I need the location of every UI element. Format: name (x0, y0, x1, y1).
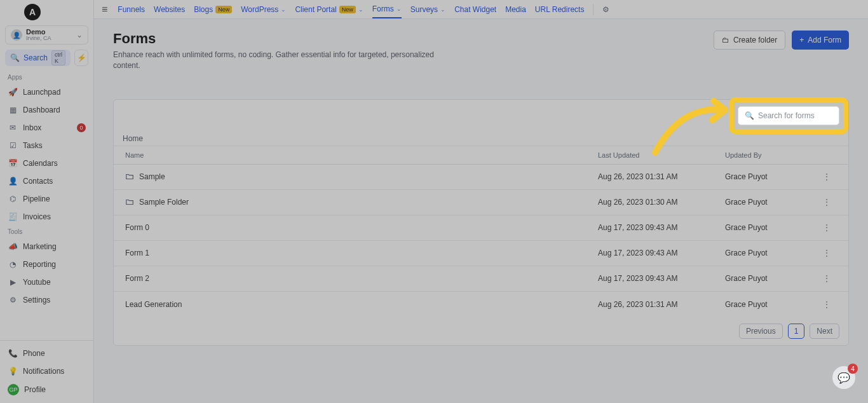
search-forms-input[interactable]: 🔍 Search for forms (738, 106, 839, 125)
search-label: Search (24, 53, 48, 62)
quick-actions-button[interactable]: ⚡ (74, 50, 88, 66)
tab-funnels[interactable]: Funnels (118, 1, 145, 18)
nav-label: Calendars (23, 159, 58, 168)
row-name: Lead Generation (125, 300, 182, 309)
breadcrumb[interactable]: Home (114, 132, 848, 146)
tab-forms[interactable]: Forms ⌄ (372, 1, 402, 18)
nav-icon: ⚙ (8, 295, 18, 305)
col-name: Name (123, 151, 598, 159)
next-button[interactable]: Next (810, 324, 839, 339)
pagination: Previous 1 Next (114, 317, 848, 339)
chat-badge: 4 (848, 364, 858, 374)
table-row[interactable]: Sample Folder Aug 26, 2023 01:30 AM Grac… (114, 190, 848, 215)
nav-label: Inbox (23, 123, 41, 132)
search-icon: 🔍 (10, 53, 20, 62)
tab-label: WordPress (241, 5, 278, 14)
table-row[interactable]: Form 1 Aug 17, 2023 09:43 AM Grace Puyot… (114, 241, 848, 266)
plus-icon: + (799, 36, 804, 44)
divider (593, 4, 593, 15)
sidebar-item-inbox[interactable]: ✉ Inbox0 (0, 119, 93, 137)
row-more-icon[interactable]: ⋮ (814, 273, 839, 283)
new-badge: New (215, 6, 232, 13)
sidebar-item-reporting[interactable]: ◔ Reporting (0, 256, 93, 273)
sidebar-item-contacts[interactable]: 👤 Contacts (0, 172, 93, 190)
row-more-icon[interactable]: ⋮ (814, 172, 839, 182)
tab-websites[interactable]: Websites (154, 1, 185, 18)
row-updated: Aug 17, 2023 09:43 AM (598, 249, 725, 257)
col-updated: Last Updated (598, 151, 725, 159)
tab-label: Funnels (118, 5, 145, 14)
tab-chat-widget[interactable]: Chat Widget (454, 1, 496, 18)
folder-icon (125, 172, 134, 181)
tab-label: Surveys (410, 5, 438, 14)
nav-label: Marketing (23, 242, 57, 251)
section-apps: Apps (8, 74, 86, 81)
sidebar: A 👤 Demo Irvine, CA ⌄ 🔍 Search ctrl K ⚡ … (0, 0, 94, 403)
tab-url-redirects[interactable]: URL Redirects (535, 1, 585, 18)
chat-widget[interactable]: 💬 4 (832, 366, 855, 389)
nav-label: Phone (23, 349, 45, 358)
prev-button[interactable]: Previous (739, 324, 783, 339)
chevron-down-icon: ⌄ (358, 6, 363, 13)
hamburger-icon[interactable]: ≡ (102, 4, 107, 15)
nav-icon: 🧾 (8, 212, 18, 222)
nav-label: Youtube (23, 278, 51, 287)
table-row[interactable]: Form 0 Aug 17, 2023 09:43 AM Grace Puyot… (114, 215, 848, 241)
sidebar-item-calendars[interactable]: 📅 Calendars (0, 154, 93, 172)
new-badge: New (339, 6, 356, 13)
row-more-icon[interactable]: ⋮ (814, 197, 839, 207)
nav-label: Pipeline (23, 195, 50, 203)
tab-media[interactable]: Media (505, 1, 526, 18)
global-search[interactable]: 🔍 Search ctrl K (5, 50, 71, 66)
account-location: Irvine, CA (26, 36, 51, 41)
nav-label: Settings (23, 296, 50, 304)
folder-icon (125, 198, 134, 207)
row-name: Form 2 (125, 274, 149, 283)
chat-icon: 💬 (837, 372, 850, 384)
create-folder-label: Create folder (733, 36, 777, 44)
sidebar-item-phone[interactable]: 📞 Phone (0, 345, 93, 362)
row-more-icon[interactable]: ⋮ (814, 299, 839, 310)
profile-avatar-icon: GP (8, 384, 19, 395)
tab-surveys[interactable]: Surveys ⌄ (410, 1, 445, 18)
nav-icon: 🚀 (8, 87, 18, 97)
table-row[interactable]: Lead Generation Aug 26, 2023 01:31 AM Gr… (114, 292, 848, 317)
row-more-icon[interactable]: ⋮ (814, 248, 839, 258)
sidebar-item-marketing[interactable]: 📣 Marketing (0, 238, 93, 256)
tab-label: Websites (154, 5, 185, 14)
nav-icon: 👤 (8, 176, 18, 186)
row-more-icon[interactable]: ⋮ (814, 222, 839, 233)
settings-gear-icon[interactable]: ⚙ (602, 5, 609, 14)
sidebar-item-settings[interactable]: ⚙ Settings (0, 291, 93, 309)
nav-label: Launchpad (23, 88, 60, 97)
sidebar-item-invoices[interactable]: 🧾 Invoices (0, 208, 93, 226)
forms-table: 🔍 Search for forms Home Name Last Update… (113, 99, 849, 346)
table-row[interactable]: Sample Aug 26, 2023 01:31 AM Grace Puyot… (114, 165, 848, 190)
sidebar-item-pipeline[interactable]: ⌬ Pipeline (0, 190, 93, 208)
tab-wordpress[interactable]: WordPress ⌄ (241, 1, 286, 18)
tab-label: Chat Widget (454, 5, 496, 14)
account-selector[interactable]: 👤 Demo Irvine, CA ⌄ (5, 25, 88, 44)
tab-blogs[interactable]: Blogs New (194, 1, 232, 18)
chevron-down-icon: ⌄ (397, 6, 402, 12)
create-folder-button[interactable]: 🗀 Create folder (714, 31, 785, 50)
sidebar-item-profile[interactable]: GP Profile (0, 380, 93, 399)
row-by: Grace Puyot (725, 172, 814, 181)
sidebar-item-tasks[interactable]: ☑ Tasks (0, 137, 93, 154)
sidebar-item-dashboard[interactable]: ▦ Dashboard (0, 101, 93, 119)
row-updated: Aug 17, 2023 09:43 AM (598, 223, 725, 232)
row-name: Form 1 (125, 249, 149, 257)
nav-icon: ☑ (8, 140, 18, 151)
nav-icon: 💡 (8, 366, 18, 376)
sidebar-item-notifications[interactable]: 💡 Notifications (0, 362, 93, 380)
page-number[interactable]: 1 (788, 324, 805, 339)
sidebar-item-youtube[interactable]: ▶ Youtube (0, 273, 93, 291)
row-updated: Aug 17, 2023 09:43 AM (598, 274, 725, 283)
nav-label: Tasks (23, 141, 43, 150)
table-row[interactable]: Form 2 Aug 17, 2023 09:43 AM Grace Puyot… (114, 266, 848, 292)
row-updated: Aug 26, 2023 01:31 AM (598, 172, 725, 181)
sidebar-item-launchpad[interactable]: 🚀 Launchpad (0, 83, 93, 101)
row-by: Grace Puyot (725, 249, 814, 257)
add-form-button[interactable]: + Add Form (792, 31, 849, 50)
tab-client-portal[interactable]: Client Portal New ⌄ (295, 1, 363, 18)
